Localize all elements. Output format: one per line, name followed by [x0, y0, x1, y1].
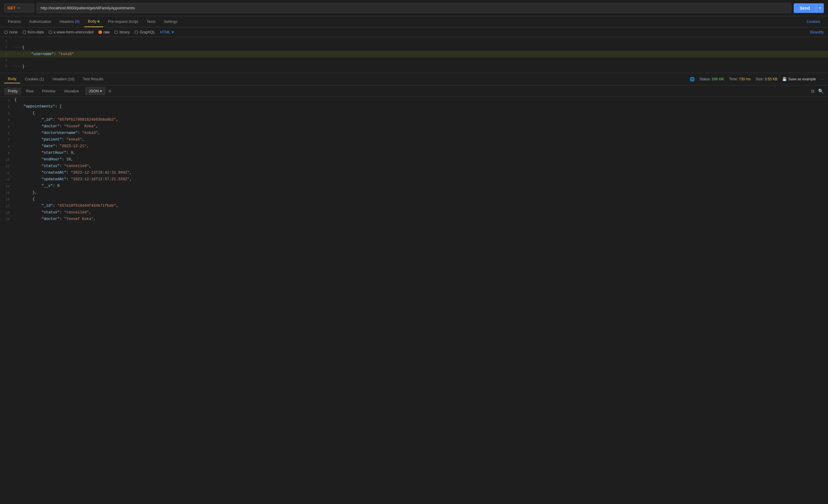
radio-formdata — [23, 30, 26, 34]
resp-line-19: 19 "doctor": "Yousef Koka", — [0, 216, 828, 223]
format-chevron-icon: ▾ — [172, 30, 174, 34]
send-label: Send — [794, 3, 816, 13]
beautify-button[interactable]: Beautify — [810, 30, 824, 34]
resp-tab-cookies[interactable]: Cookies (1) — [22, 75, 48, 83]
tab-headers[interactable]: Headers (9) — [56, 16, 83, 27]
resp-line-4: 4 "_id": "6579fb179881824b93b8a9b2", — [0, 117, 828, 123]
resp-line-3: 3 { — [0, 110, 828, 117]
globe-icon: 🌐 — [690, 77, 695, 82]
json-format-dropdown[interactable]: JSON ▾ — [85, 87, 105, 95]
resp-line-13: 13 "updatedAt": "2023-12-16T12:57:21.528… — [0, 176, 828, 183]
body-type-formdata[interactable]: form-data — [23, 30, 44, 34]
response-status-area: 🌐 Status: 200 OK Time: 730 ms Size: 3.55… — [690, 77, 824, 82]
fmt-tab-visualize[interactable]: Visualize — [60, 88, 82, 95]
resp-line-2: 2 "appointments": [ — [0, 103, 828, 110]
response-format-bar: Pretty Raw Preview Visualize JSON ▾ ≡ ⧉ … — [0, 85, 828, 97]
tab-prerequest[interactable]: Pre-request Script — [105, 16, 142, 27]
resp-line-15: 15 }, — [0, 190, 828, 196]
fmt-tab-preview[interactable]: Preview — [39, 88, 59, 95]
resp-line-12: 12 "createdAt": "2023-12-13T18:42:31.994… — [0, 170, 828, 176]
top-bar: GET ▾ Send ▾ — [0, 0, 828, 16]
body-type-urlencoded[interactable]: x-www-form-urlencoded — [48, 30, 93, 34]
method-chevron-icon: ▾ — [18, 6, 19, 10]
body-type-raw[interactable]: raw — [98, 30, 110, 34]
radio-raw — [98, 30, 102, 34]
response-body[interactable]: 1 { 2 "appointments": [ 3 { 4 "_id": "65… — [0, 97, 828, 484]
req-line-4: 4 — [0, 57, 828, 64]
more-options-icon[interactable]: ··· — [821, 77, 824, 81]
resp-line-17: 17 "_id": "657e18f616d44f434b71fbde", — [0, 203, 828, 209]
method-label: GET — [7, 6, 16, 10]
resp-line-10: 10 "endHour": 10, — [0, 157, 828, 163]
radio-none — [4, 30, 8, 34]
radio-graphql — [134, 30, 138, 34]
resp-line-14: 14 "__v": 0 — [0, 183, 828, 190]
radio-binary — [114, 30, 118, 34]
body-format-selector[interactable]: HTML ▾ — [160, 30, 174, 34]
tab-authorization[interactable]: Authorization — [26, 16, 55, 27]
resp-line-1: 1 { — [0, 97, 828, 103]
req-line-2: 2 ····{ — [0, 44, 828, 51]
body-type-graphql[interactable]: GraphQL — [134, 30, 155, 34]
resp-line-9: 9 "startHour": 9, — [0, 150, 828, 157]
send-dropdown-icon[interactable]: ▾ — [816, 4, 824, 12]
filter-icon[interactable]: ≡ — [108, 88, 111, 94]
resp-line-5: 5 "doctor": "Yousef Koka", — [0, 123, 828, 130]
size-value: 3.55 KB — [764, 77, 778, 81]
body-type-none[interactable]: none — [4, 30, 18, 34]
resp-tab-body[interactable]: Body — [4, 75, 20, 83]
req-line-5: 5 ····} — [0, 63, 828, 70]
copy-icon[interactable]: ⧉ — [811, 88, 815, 94]
status-value: 200 OK — [712, 77, 724, 81]
resp-line-7: 7 "patient": "koka5", — [0, 137, 828, 143]
tab-cookies[interactable]: Cookies — [803, 16, 824, 27]
save-as-example-button[interactable]: 💾 Save as example — [782, 77, 816, 81]
body-type-binary[interactable]: binary — [114, 30, 130, 34]
fmt-tab-raw[interactable]: Raw — [23, 88, 37, 95]
fmt-tab-pretty[interactable]: Pretty — [4, 88, 22, 95]
resp-line-18: 18 "status": "cancelled", — [0, 209, 828, 216]
time-value: 730 ms — [739, 77, 751, 81]
json-dropdown-icon: ▾ — [100, 89, 102, 93]
method-selector[interactable]: GET ▾ — [4, 4, 34, 12]
resp-line-8: 8 "date": "2023-12-21", — [0, 143, 828, 150]
req-line-1: 1 — [0, 38, 828, 44]
resp-tab-test-results[interactable]: Test Results — [79, 75, 107, 83]
resp-tab-headers[interactable]: Headers (10) — [49, 75, 78, 83]
resp-line-11: 11 "status": "cancelled", — [0, 163, 828, 170]
response-header: Body Cookies (1) Headers (10) Test Resul… — [0, 73, 828, 85]
tab-tests[interactable]: Tests — [143, 16, 159, 27]
body-active-dot — [97, 20, 99, 23]
request-body-editor[interactable]: 1 2 ····{ 3 ········"username": "koka5" … — [0, 37, 828, 73]
search-icon[interactable]: 🔍 — [818, 88, 824, 94]
resp-line-6: 6 "doctorUsername": "koka3", — [0, 130, 828, 137]
tab-body[interactable]: Body — [84, 16, 103, 27]
body-type-row: none form-data x-www-form-urlencoded raw… — [0, 27, 828, 37]
req-line-3: 3 ········"username": "koka5" — [0, 51, 828, 57]
tab-params[interactable]: Params — [4, 16, 25, 27]
tab-settings[interactable]: Settings — [160, 16, 181, 27]
request-tabs: Params Authorization Headers (9) Body Pr… — [0, 16, 828, 27]
resp-line-16: 16 { — [0, 196, 828, 203]
radio-urlencoded — [48, 30, 52, 34]
url-input[interactable] — [37, 3, 791, 13]
send-button[interactable]: Send ▾ — [794, 3, 824, 13]
